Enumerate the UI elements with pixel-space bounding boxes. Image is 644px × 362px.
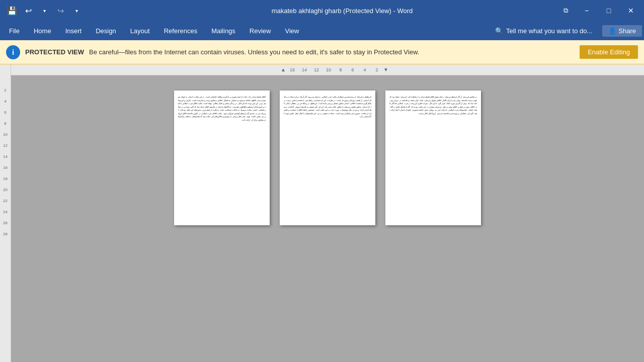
- ruler-mark: 14: [0, 151, 11, 162]
- page-content-3: در تفاسیر ابن‌رشد از آثار ارسطو می‌توان …: [389, 96, 477, 115]
- ruler-mark: 26: [0, 217, 11, 228]
- redo-button[interactable]: ↪: [53, 4, 67, 18]
- ruler-num: 16: [287, 67, 298, 72]
- ruler-num: 8: [335, 67, 346, 72]
- ruler-mark: 2: [0, 84, 11, 96]
- document-page-1: اخلاق فضیلت‌مدار، راه نجات از خودمحوری و…: [174, 90, 270, 225]
- protected-view-label: PROTECTED VIEW: [25, 48, 84, 56]
- tab-insert[interactable]: Insert: [58, 21, 89, 40]
- ruler-mark: 10: [0, 129, 11, 140]
- share-icon: 👤: [608, 27, 616, 35]
- ruler-num: 10: [323, 67, 334, 72]
- tab-view[interactable]: View: [278, 21, 306, 40]
- left-ruler: 2 4 6 8 10 12 14 16 18 20 22 24 26 28: [0, 64, 11, 362]
- ruler-mark: 12: [0, 140, 11, 151]
- minimize-button[interactable]: −: [579, 3, 595, 18]
- ruler-num: 6: [347, 67, 358, 72]
- title-bar-right: ⧉ − □ ✕: [558, 3, 639, 18]
- ribbon-tabs: File Home Insert Design Layout Reference…: [0, 21, 644, 40]
- ruler-mark: 16: [0, 162, 11, 173]
- tab-review[interactable]: Review: [243, 21, 278, 40]
- content-area: ▲ 16 14 12 10 8 6 4 2 ▼ اخلاق فضیلت‌مدار…: [11, 64, 644, 362]
- share-label: Share: [618, 27, 636, 35]
- tab-design[interactable]: Design: [89, 21, 123, 40]
- page-content-2: ابن‌طفیل و ابن‌باجه از برجسته‌ترین متفکر…: [284, 96, 371, 119]
- enable-editing-button[interactable]: Enable Editing: [580, 45, 638, 59]
- ruler-num: 2: [371, 67, 382, 72]
- protected-view-bar: i PROTECTED VIEW Be careful—files from t…: [0, 40, 644, 64]
- tab-file[interactable]: File: [2, 21, 27, 40]
- search-label: Tell me what you want to do...: [506, 27, 592, 35]
- tab-home[interactable]: Home: [27, 21, 58, 40]
- protected-view-message: Be careful—files from the Internet can c…: [89, 48, 575, 56]
- search-icon: 🔍: [495, 27, 503, 35]
- scroll-up-arrow[interactable]: ▲: [281, 67, 286, 72]
- top-ruler: ▲ 16 14 12 10 8 6 4 2 ▼: [11, 64, 644, 75]
- scroll-down-arrow[interactable]: ▼: [383, 67, 388, 72]
- document-canvas[interactable]: اخلاق فضیلت‌مدار، راه نجات از خودمحوری و…: [11, 75, 644, 362]
- quick-access-toolbar: 💾 ↩ ▾ ↪ ▾: [5, 4, 84, 18]
- ruler-mark: 18: [0, 173, 11, 184]
- document-page-2: ابن‌طفیل و ابن‌باجه از برجسته‌ترین متفکر…: [280, 90, 375, 225]
- close-button[interactable]: ✕: [623, 3, 639, 18]
- maximize-button[interactable]: □: [601, 3, 617, 18]
- save-button[interactable]: 💾: [5, 4, 19, 18]
- ruler-mark: 8: [0, 118, 11, 129]
- ribbon-search[interactable]: 🔍 Tell me what you want to do...: [495, 27, 596, 35]
- undo-dropdown-button[interactable]: ▾: [37, 4, 51, 18]
- share-button[interactable]: 👤 Share: [602, 25, 642, 37]
- tab-mailings[interactable]: Mailings: [204, 21, 243, 40]
- restore-ribbon-button[interactable]: ⧉: [558, 4, 573, 18]
- ruler-num: 14: [299, 67, 310, 72]
- window-title: makateb akhlaghi gharb (Protected View) …: [126, 7, 558, 15]
- ruler-mark: 6: [0, 107, 11, 118]
- tab-layout[interactable]: Layout: [123, 21, 157, 40]
- undo-button[interactable]: ↩: [21, 4, 35, 18]
- ruler-mark: 4: [0, 96, 11, 107]
- ruler-num: 4: [359, 67, 370, 72]
- page-content-1: اخلاق فضیلت‌مدار، راه نجات از خودمحوری و…: [178, 96, 266, 122]
- ruler-mark: 20: [0, 184, 11, 195]
- ribbon: File Home Insert Design Layout Reference…: [0, 21, 644, 40]
- title-bar: 💾 ↩ ▾ ↪ ▾ makateb akhlaghi gharb (Protec…: [0, 0, 644, 21]
- ruler-mark: 24: [0, 206, 11, 217]
- protected-view-icon: i: [6, 45, 20, 59]
- customize-toolbar-button[interactable]: ▾: [69, 4, 84, 18]
- document-page-3: در تفاسیر ابن‌رشد از آثار ارسطو می‌توان …: [385, 90, 481, 225]
- tab-references[interactable]: References: [157, 21, 204, 40]
- ruler-mark: 22: [0, 195, 11, 206]
- ruler-mark: 28: [0, 228, 11, 239]
- title-bar-left: 💾 ↩ ▾ ↪ ▾: [5, 4, 126, 18]
- document-area: 2 4 6 8 10 12 14 16 18 20 22 24 26 28 ▲ …: [0, 64, 644, 362]
- ruler-num: 12: [311, 67, 322, 72]
